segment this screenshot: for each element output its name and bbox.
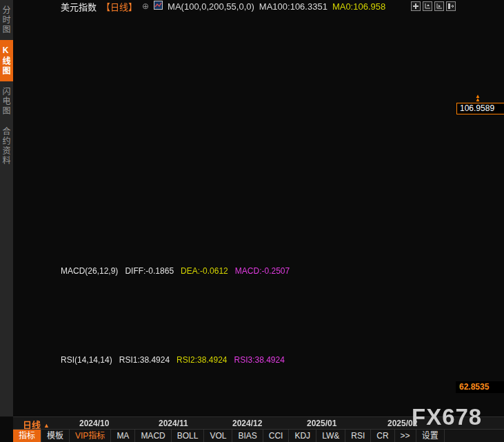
toolbar-item-CR[interactable]: CR xyxy=(371,430,394,442)
add-indicator-icon[interactable]: ⊕ xyxy=(142,1,149,11)
collapse-panel-icon[interactable] xyxy=(446,1,456,11)
toolbar-item-KDJ[interactable]: KDJ xyxy=(289,430,316,442)
axis-scale-left-icon[interactable] xyxy=(423,1,432,11)
rsi1-value: RSI1:38.4924 xyxy=(119,355,170,365)
toolbar-item->>[interactable]: >> xyxy=(395,430,416,442)
watermark: FX678 xyxy=(412,404,482,430)
x-axis-label: 2025/01 xyxy=(307,419,336,428)
symbol-name: 美元指数 xyxy=(61,0,97,13)
chart-type-icon xyxy=(154,1,163,12)
sidebar-tab-2[interactable]: K线图 xyxy=(0,40,13,81)
move-tool-icon[interactable] xyxy=(411,1,421,11)
price-arrows-icon: ▲▲ xyxy=(475,94,481,101)
rsi-header: RSI(14,14,14) RSI1:38.4924 RSI2:38.4924 … xyxy=(61,355,285,365)
toolbar-item-模板[interactable]: 模板 xyxy=(41,430,70,442)
rsi-title: RSI(14,14,14) xyxy=(61,355,112,365)
toolbar-item-VIP指标[interactable]: VIP指标 xyxy=(70,430,111,442)
macd-header: MACD(26,12,9) DIFF:-0.1865 DEA:-0.0612 M… xyxy=(61,266,290,276)
toolbar-item-CCI[interactable]: CCI xyxy=(263,430,290,442)
triangle-up-icon: ▲ xyxy=(43,422,50,429)
rsi-cursor-tag: 62.8535 xyxy=(456,381,504,393)
toolbar-item-MACD[interactable]: MACD xyxy=(135,430,171,442)
ma-settings: MA(100,0,200,55,0,0) xyxy=(168,1,254,12)
toolbar-item-指标[interactable]: 指标 xyxy=(13,430,41,442)
sidebar: 分时图K线图闪电图合约资料 xyxy=(0,0,13,416)
sidebar-tab-4[interactable]: 合约资料 xyxy=(0,121,13,171)
toolbar-item-设置[interactable]: 设置 xyxy=(416,430,445,442)
rsi2-value: RSI2:38.4924 xyxy=(177,355,227,365)
toolbar-item-RSI[interactable]: RSI xyxy=(345,430,371,442)
window-tools xyxy=(411,1,456,11)
ma100-value: MA100:106.3351 xyxy=(259,1,327,12)
indicator-toolbar: 指标模板VIP指标MAMACDBOLLVOLBIASCCIKDJLW&RSICR… xyxy=(13,429,504,442)
toolbar-item-LW&[interactable]: LW& xyxy=(316,430,345,442)
toolbar-item-BIAS[interactable]: BIAS xyxy=(232,430,263,442)
axis-scale-right-icon[interactable] xyxy=(434,1,444,11)
trading-app: 分时图K线图闪电图合约资料 美元指数 【日线】 ⊕ MA(100,0,200,5… xyxy=(0,0,504,442)
sidebar-tab-3[interactable]: 闪电图 xyxy=(0,81,13,121)
macd-macd-value: MACD:-0.2507 xyxy=(235,266,290,276)
macd-diff-value: DIFF:-0.1865 xyxy=(125,266,174,276)
toolbar-item-MA[interactable]: MA xyxy=(111,430,135,442)
toolbar-item-VOL[interactable]: VOL xyxy=(204,430,232,442)
x-axis-label: 2024/12 xyxy=(232,419,262,428)
chart-header: 美元指数 【日线】 ⊕ MA(100,0,200,55,0,0) MA100:1… xyxy=(61,1,385,12)
sidebar-tab-1[interactable]: 分时图 xyxy=(0,0,13,40)
ma0-value: MA0:106.958 xyxy=(332,1,385,12)
rsi3-value: RSI3:38.4924 xyxy=(234,355,285,365)
macd-title: MACD(26,12,9) xyxy=(61,266,118,276)
x-axis-label: 2024/10 xyxy=(79,419,109,428)
x-axis-label: 2024/11 xyxy=(159,419,188,428)
macd-dea-value: DEA:-0.0612 xyxy=(181,266,228,276)
toolbar-item-BOLL[interactable]: BOLL xyxy=(172,430,205,442)
period-label[interactable]: 【日线】 xyxy=(101,0,137,13)
chart-canvas[interactable] xyxy=(0,0,504,442)
current-price-tag: 106.9589 xyxy=(456,103,504,114)
